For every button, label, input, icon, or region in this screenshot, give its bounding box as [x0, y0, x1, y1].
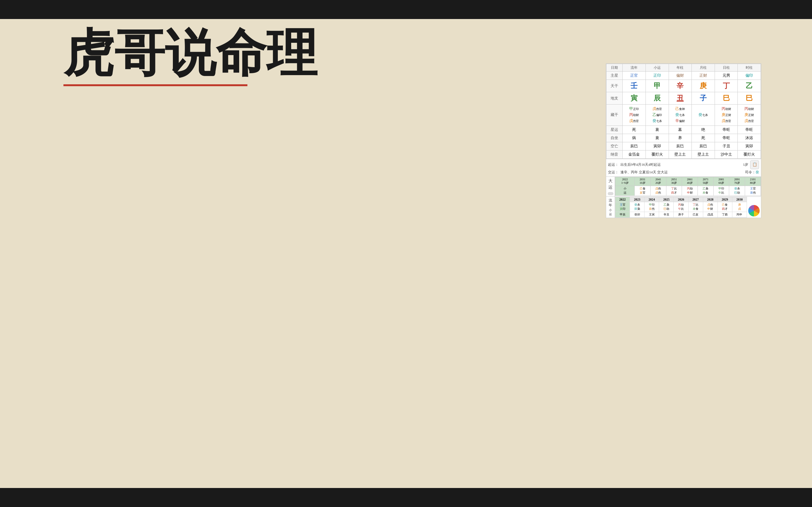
- cell-ny-xiaoyun: 覆灯火: [646, 150, 669, 158]
- app-logo-icon: [748, 205, 760, 216]
- cell-xy-ri: 帝旺: [715, 125, 738, 134]
- cell-xy-yue: 绝: [692, 125, 715, 134]
- tiangan-row: 天干 壬 甲 辛 庚 丁 乙: [606, 80, 761, 92]
- ly-year-8: 2030: [732, 197, 747, 202]
- dayun-table: 20221~9岁 203110岁 204120岁 205130岁 206140岁…: [615, 177, 761, 196]
- liuyun-table: 2022 2023 2024 2025 2026 2027 2028 2029 …: [615, 197, 747, 218]
- cell-zz-liunian: 病: [623, 134, 646, 142]
- ly-gz-3: 乙枭巳劫: [659, 202, 674, 212]
- dy-gz-4: 丙劫申财: [682, 186, 698, 195]
- col-xiaoyun: 小运: [646, 64, 669, 72]
- ly-year-2: 2024: [645, 197, 659, 202]
- cell-ny-liunian: 金箔金: [623, 150, 646, 158]
- cell-tg-xiaoyun: 甲: [646, 80, 669, 92]
- label-zanggan: 藏干: [606, 105, 623, 126]
- cell-zz-ri: 帝旺: [715, 134, 738, 142]
- logo-area: [747, 197, 761, 218]
- dayun-year-row: 20221~9岁 203110岁 204120岁 205130岁 206140岁…: [615, 177, 761, 186]
- title-underline: [63, 84, 247, 86]
- cell-xy-xiaoyun: 衰: [646, 125, 669, 134]
- cell-ny-nian: 壁上土: [669, 150, 692, 158]
- cell-dz-shi: 巳: [738, 92, 761, 105]
- col-riqi: 日期: [606, 64, 623, 72]
- dayun-toggle[interactable]: [608, 192, 613, 195]
- qiyun-icon-btn[interactable]: 📋: [750, 160, 759, 169]
- cell-zz-xiaoyun: 衰: [646, 134, 669, 142]
- cell-kw-shi: 寅卯: [738, 142, 761, 150]
- col-rizhu: 日柱: [715, 64, 738, 72]
- dy-year-7: 209170岁: [729, 177, 745, 186]
- ly-year-0: 2022: [615, 197, 630, 202]
- cell-kw-yue: 辰巳: [692, 142, 715, 150]
- ly-xy-5: 己亥: [688, 212, 703, 217]
- cell-zg-liunian: 甲正印 丙劫财 戊伤官: [623, 105, 646, 126]
- dy-year-2: 204120岁: [650, 177, 666, 186]
- ly-gz-1: 癸杀卯枭: [630, 202, 645, 212]
- dy-year-4: 206140岁: [682, 177, 698, 186]
- dy-year-0: 20221~9岁: [615, 177, 635, 186]
- bazi-table: 日期 流年 小运 年柱 月柱 日柱 时柱 主星 正官 正印 偏财 正财 元男 偏…: [606, 64, 761, 159]
- ly-gz-0: 王官寅印: [615, 202, 630, 212]
- ly-xy-4: 庚子: [674, 212, 688, 217]
- ly-xy-1: 癸卯: [630, 212, 645, 217]
- cell-dz-ri: 巳: [715, 92, 738, 105]
- cell-zhuxing-yue: 正财: [692, 72, 715, 80]
- zizuo-row: 自坐 病 衰 养 死 帝旺 沐浴: [606, 134, 761, 142]
- cell-zz-shi: 沐浴: [738, 134, 761, 142]
- ly-year-5: 2027: [688, 197, 703, 202]
- ly-xy-2: 王寅: [645, 212, 659, 217]
- liuyun-label: 流 年 小 运: [606, 197, 615, 218]
- label-xingyun: 星运: [606, 125, 623, 134]
- cell-tg-liunian: 壬: [623, 80, 646, 92]
- liuyun-section: 流 年 小 运 2022 2023 2024 2025 2026 2027 20…: [606, 196, 761, 218]
- top-bar: [0, 0, 812, 19]
- cell-ny-ri: 沙中土: [715, 150, 738, 158]
- dy-gz-2: 戊伤戌伤: [650, 186, 666, 195]
- cell-xy-liunian: 死: [623, 125, 646, 134]
- cell-tg-shi: 乙: [738, 80, 761, 92]
- qiyun-label1: 起运：: [608, 162, 618, 167]
- ly-year-1: 2023: [630, 197, 645, 202]
- col-liunian: 流年: [623, 64, 646, 72]
- ly-xy-0: 甲辰: [615, 212, 630, 217]
- dayun-table-wrap: 20221~9岁 203110岁 204120岁 205130岁 206140岁…: [615, 177, 761, 196]
- header-row: 日期 流年 小运 年柱 月柱 日柱 时柱: [606, 64, 761, 72]
- ly-year-7: 2029: [717, 197, 732, 202]
- cell-kw-liunian: 辰巳: [623, 142, 646, 150]
- label-zhuxing: 主星: [606, 72, 623, 80]
- cell-zhuxing-shi: 偏印: [738, 72, 761, 80]
- cell-xy-nian: 墓: [669, 125, 692, 134]
- ly-year-4: 2026: [674, 197, 688, 202]
- cell-tg-nian: 辛: [669, 80, 692, 92]
- dy-gz-8: 王官辰伤: [745, 186, 761, 195]
- dy-year-3: 205130岁: [666, 177, 682, 186]
- cell-kw-nian: 辰巳: [669, 142, 692, 150]
- zhuxing-row: 主星 正官 正印 偏财 正财 元男 偏印: [606, 72, 761, 80]
- ly-xy-6: 戊戌: [703, 212, 717, 217]
- cell-dz-yue: 子: [692, 92, 715, 105]
- cell-zz-yue: 死: [692, 134, 715, 142]
- dayun-section: 大 运 20221~9岁 203110岁 204120岁 205130岁 206…: [606, 176, 761, 196]
- ly-gz-row: 王官寅印 癸杀卯枭 甲印辰伤 乙枭巳劫 丙劫午比 丁比未食 戊伤申财 己食酉才 …: [615, 202, 747, 212]
- dy-year-1: 203110岁: [635, 177, 651, 186]
- dy-gz-5: 乙枭未食: [698, 186, 714, 195]
- liuyun-table-wrap: 2022 2023 2024 2025 2026 2027 2028 2029 …: [615, 197, 747, 218]
- col-nianzhu: 年柱: [669, 64, 692, 72]
- sibling-label: 司令：癸: [745, 170, 759, 175]
- ly-xy-8: 丙申: [732, 212, 747, 217]
- zanggan-row: 藏干 甲正印 丙劫财 戊伤官 戊伤官 乙偏印 癸七杀 己食神 癸七杀 辛偏财 癸…: [606, 105, 761, 126]
- ly-year-row: 2022 2023 2024 2025 2026 2027 2028 2029 …: [615, 197, 747, 202]
- ly-year-3: 2025: [659, 197, 674, 202]
- col-shizhu: 时柱: [738, 64, 761, 72]
- bottom-bar: [0, 488, 812, 507]
- cell-zhuxing-ri: 元男: [715, 72, 738, 80]
- chart-panel: 日期 流年 小运 年柱 月柱 日柱 时柱 主星 正官 正印 偏财 正财 元男 偏…: [606, 63, 761, 218]
- ly-gz-6: 戊伤申财: [703, 202, 717, 212]
- ly-year-6: 2028: [703, 197, 717, 202]
- label-kongwang: 空亡: [606, 142, 623, 150]
- cell-tg-ri: 丁: [715, 80, 738, 92]
- dy-gz-3: 丁比酉才: [666, 186, 682, 195]
- qiyun-section: 起运： 出生后9年4月16天4时起运 1岁 📋 交运： 逢辛、丙年 立夏后14天…: [606, 159, 761, 176]
- xingyun-row: 星运 死 衰 墓 绝 帝旺 帝旺: [606, 125, 761, 134]
- ly-gz-8: 庚戌: [732, 202, 747, 212]
